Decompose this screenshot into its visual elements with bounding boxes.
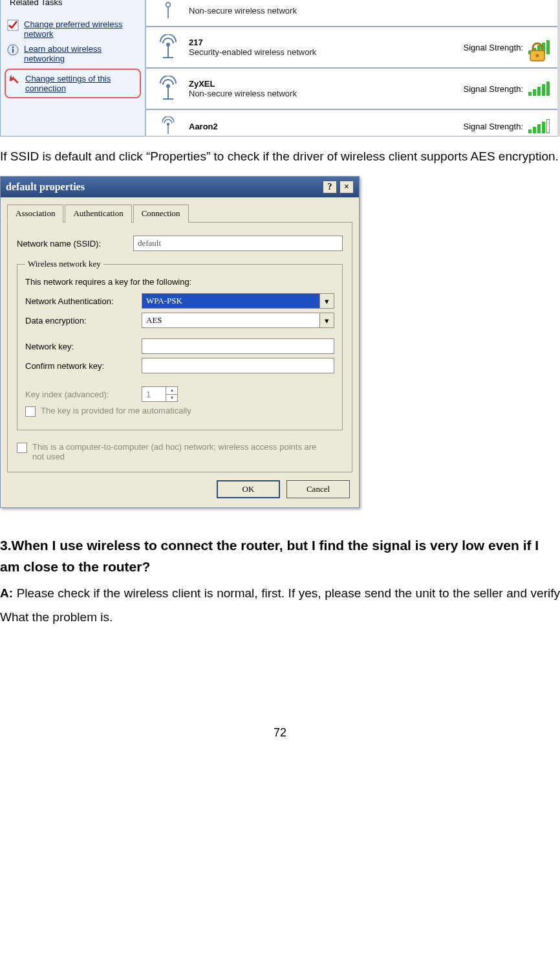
- sidebar-item-label: Learn about wireless networking: [24, 44, 138, 63]
- network-name: Aaron2: [189, 122, 463, 131]
- dialog-titlebar: default properties ? ×: [1, 177, 359, 197]
- wireless-key-fieldset: Wireless network key This network requir…: [17, 259, 343, 430]
- confirm-key-input[interactable]: [142, 358, 334, 373]
- svg-rect-3: [12, 49, 14, 53]
- data-encryption-select[interactable]: [142, 313, 320, 328]
- svg-point-17: [167, 123, 170, 126]
- signal-strength-label: Signal Strength:: [463, 43, 523, 52]
- svg-point-5: [166, 3, 171, 7]
- adhoc-label: This is a computer-to-computer (ad hoc) …: [32, 442, 317, 461]
- network-key-input[interactable]: [142, 338, 334, 354]
- network-key-label: Network key:: [25, 342, 142, 351]
- tab-connection[interactable]: Connection: [133, 204, 189, 223]
- checkbox-icon: [7, 19, 19, 31]
- network-desc: Non-secure wireless network: [189, 6, 550, 16]
- antenna-icon: [154, 34, 182, 60]
- data-encryption-label: Data encryption:: [25, 316, 142, 326]
- dropdown-arrow-icon[interactable]: ▾: [320, 293, 334, 309]
- wireless-network-list: Non-secure wireless network 217 Security…: [145, 0, 557, 137]
- network-row[interactable]: ZyXEL Non-secure wireless network Signal…: [146, 68, 557, 109]
- wireless-key-intro: This network requires a key for the foll…: [25, 277, 334, 287]
- sidebar-item-learn-wireless[interactable]: Learn about wireless networking: [7, 44, 138, 63]
- signal-strength-label: Signal Strength:: [463, 84, 523, 94]
- dialog-title-text: default properties: [6, 181, 85, 193]
- related-tasks-header: Related Tasks: [7, 0, 65, 7]
- explanatory-paragraph: If SSID is default and click “Properties…: [0, 144, 560, 168]
- page-number: 72: [0, 726, 560, 740]
- net-auth-select[interactable]: [142, 293, 320, 309]
- auto-key-checkbox: [25, 406, 36, 417]
- network-row[interactable]: Aaron2 Signal Strength:: [146, 109, 557, 137]
- svg-point-7: [166, 43, 170, 47]
- related-tasks-panel: Related Tasks Change preferred wireless …: [0, 0, 145, 137]
- net-auth-label: Network Authentication:: [25, 296, 142, 306]
- svg-point-12: [536, 54, 539, 58]
- svg-point-13: [166, 84, 170, 88]
- sidebar-item-label: Change settings of this connection: [25, 74, 137, 93]
- cancel-button[interactable]: Cancel: [286, 480, 350, 498]
- key-index-value: 1: [146, 390, 151, 399]
- info-icon: [7, 44, 19, 56]
- key-index-spinner: 1 ▴▾: [142, 386, 178, 402]
- network-row[interactable]: Non-secure wireless network: [146, 0, 557, 27]
- help-button[interactable]: ?: [323, 181, 337, 193]
- wireless-key-legend: Wireless network key: [25, 259, 103, 269]
- antenna-icon: [154, 1, 182, 19]
- lock-icon: [526, 41, 548, 63]
- antenna-icon: [154, 116, 182, 136]
- faq-answer: A: Please check if the wireless client i…: [0, 581, 560, 629]
- confirm-key-label: Confirm network key:: [25, 361, 142, 371]
- network-name: 217: [189, 38, 463, 47]
- auto-key-label: The key is provided for me automatically: [41, 406, 191, 415]
- ssid-input[interactable]: [133, 236, 343, 251]
- sidebar-item-change-preferred[interactable]: Change preferred wireless network: [7, 19, 138, 39]
- network-desc: Non-secure wireless network: [189, 89, 463, 98]
- sidebar-item-change-settings[interactable]: Change settings of this connection: [8, 74, 137, 93]
- svg-rect-4: [13, 78, 19, 84]
- ok-button[interactable]: OK: [217, 480, 280, 498]
- tab-association[interactable]: Association: [7, 204, 63, 223]
- svg-point-2: [12, 47, 14, 49]
- signal-bars-icon: [528, 82, 550, 96]
- wrench-icon: [8, 74, 20, 85]
- tab-authentication[interactable]: Authentication: [65, 204, 131, 223]
- dropdown-arrow-icon[interactable]: ▾: [320, 313, 334, 328]
- signal-bars-icon: [528, 119, 550, 133]
- close-button[interactable]: ×: [339, 181, 354, 193]
- faq-question: 3.When I use wireless to connect the rou…: [0, 535, 560, 577]
- key-index-label: Key index (advanced):: [25, 390, 142, 399]
- network-name: ZyXEL: [189, 79, 463, 89]
- adhoc-checkbox: [17, 443, 27, 453]
- signal-strength-label: Signal Strength:: [463, 122, 523, 131]
- dialog-body: Network name (SSID): Wireless network ke…: [7, 222, 352, 472]
- ssid-label: Network name (SSID):: [17, 239, 133, 249]
- dialog-tabs: Association Authentication Connection: [1, 197, 359, 222]
- antenna-icon: [154, 76, 182, 102]
- network-row[interactable]: 217 Security-enabled wireless network Si…: [146, 27, 557, 68]
- sidebar-item-label: Change preferred wireless network: [24, 19, 138, 39]
- network-desc: Security-enabled wireless network: [189, 47, 463, 57]
- sidebar-item-highlight: Change settings of this connection: [5, 69, 141, 98]
- properties-dialog: default properties ? × Association Authe…: [0, 176, 360, 508]
